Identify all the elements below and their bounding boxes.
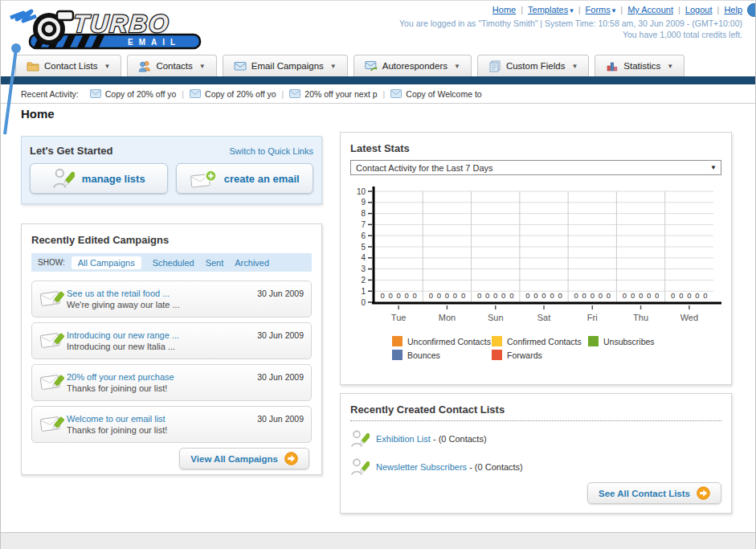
footer-strip: [1, 532, 755, 549]
activity-item-label: Copy of 20% off yo: [205, 89, 276, 99]
tab-autoresponders[interactable]: Autoresponders ▼: [353, 55, 472, 76]
login-line-1: You are logged in as "Timothy Smith" | S…: [399, 18, 742, 29]
legend-swatch: [492, 350, 502, 360]
campaign-title-link[interactable]: 20% off your next purchase: [67, 371, 257, 383]
stats-dropdown[interactable]: Contact Activity for the Last 7 Days ▼: [350, 160, 721, 175]
tab-label: Contact Lists: [44, 61, 97, 71]
tab-label: Autoresponders: [382, 61, 447, 71]
application-window: EMAIL TURBO Home|Templates▾|Forms▾|My Ac…: [0, 0, 756, 549]
svg-text:0: 0: [445, 291, 449, 300]
svg-text:0: 0: [485, 291, 489, 300]
svg-text:0: 0: [380, 291, 384, 300]
legend-item: Confirmed Contacts: [492, 336, 588, 346]
campaign-row[interactable]: See us at the retail food ... We're givi…: [31, 281, 312, 318]
button-label: View All Campaigns: [190, 454, 278, 464]
svg-text:3: 3: [361, 264, 366, 273]
envelope-plus-icon: [190, 169, 217, 189]
svg-text:0: 0: [453, 291, 457, 300]
legend-swatch: [392, 336, 403, 346]
manage-lists-button[interactable]: manage lists: [30, 163, 168, 194]
campaign-list: See us at the retail food ... We're givi…: [31, 281, 312, 443]
nav-link-help[interactable]: Help: [724, 5, 742, 14]
chevron-down-icon: ▼: [454, 63, 460, 70]
person-pencil-icon: [350, 428, 370, 449]
campaign-subtitle: Introducing our new Italia ...: [67, 341, 257, 352]
switch-quick-links-link[interactable]: Switch to Quick Links: [229, 146, 313, 156]
svg-text:4: 4: [361, 253, 366, 262]
tab-email-campaigns[interactable]: Email Campaigns ▼: [223, 55, 348, 76]
recent-activity-item[interactable]: 20% off your next p: [289, 89, 377, 99]
recent-activity-item[interactable]: Copy of 20% off yo: [190, 89, 276, 99]
nav-link-home[interactable]: Home: [492, 5, 516, 14]
get-started-title: Let's Get Started: [30, 145, 113, 157]
nav-separator: |: [578, 5, 581, 14]
filter-all-campaigns[interactable]: All Campaigns: [72, 256, 141, 269]
nav-link-templates[interactable]: Templates: [528, 5, 568, 14]
contacts-icon: [138, 59, 151, 72]
campaign-row[interactable]: 20% off your next purchase Thanks for jo…: [31, 364, 312, 401]
contact-list-item: Newsletter Subscribers - (0 Contacts): [350, 457, 721, 477]
chevron-down-icon: ▼: [571, 63, 578, 70]
nav-separator: |: [521, 5, 523, 14]
recent-activity-item[interactable]: Copy of 20% off yo: [90, 89, 177, 99]
tab-contacts[interactable]: Contacts ▼: [127, 55, 216, 76]
filter-scheduled[interactable]: Scheduled: [153, 258, 194, 268]
tab-label: Statistics: [623, 61, 660, 71]
nav-separator: |: [678, 5, 680, 14]
campaign-title-link[interactable]: See us at the retail food ...: [67, 288, 257, 299]
svg-text:1: 1: [361, 287, 366, 296]
view-all-campaigns-button[interactable]: View All Campaigns: [179, 448, 309, 469]
tab-label: Contacts: [156, 61, 192, 71]
campaign-row[interactable]: Introducing our new range ... Introducin…: [31, 322, 312, 359]
activity-item-label: 20% off your next p: [304, 89, 377, 99]
campaign-title-link[interactable]: Introducing our new range ...: [67, 330, 257, 341]
contact-lists-title: Recently Created Contact Lists: [350, 404, 721, 416]
chevron-down-icon: ▼: [710, 164, 717, 171]
create-email-button[interactable]: create an email: [176, 163, 314, 194]
filter-sent[interactable]: Sent: [206, 258, 224, 268]
contact-list-link[interactable]: Newsletter Subscribers: [376, 462, 467, 472]
nav-link-forms[interactable]: Forms: [586, 5, 611, 14]
svg-text:0: 0: [361, 298, 366, 307]
button-label: See All Contact Lists: [599, 489, 690, 498]
contact-list-link[interactable]: Exhibition List: [376, 434, 431, 444]
latest-stats-title: Latest Stats: [350, 142, 721, 154]
activity-separator: |: [282, 89, 284, 99]
filter-archived[interactable]: Archived: [235, 258, 269, 268]
contact-list-count: - (0 Contacts): [431, 434, 487, 444]
nav-link-my-account[interactable]: My Account: [627, 5, 673, 14]
recent-activity-item[interactable]: Copy of Welcome to: [390, 89, 481, 99]
svg-text:10: 10: [357, 187, 366, 196]
chart-legend: Unconfirmed Contacts Confirmed Contacts …: [392, 336, 721, 360]
tab-statistics[interactable]: Statistics ▼: [595, 55, 684, 76]
nav-link-logout[interactable]: Logout: [685, 5, 713, 14]
svg-text:0: 0: [550, 291, 554, 300]
tab-custom-fields[interactable]: Custom Fields ▼: [477, 55, 589, 76]
legend-label: Forwards: [507, 350, 542, 360]
show-label: SHOW:: [38, 258, 65, 267]
campaign-title-link[interactable]: Welcome to our email list: [67, 413, 257, 424]
svg-text:0: 0: [405, 291, 409, 300]
login-line-2: You have 1,000 total credits left.: [399, 29, 742, 40]
envelope-pencil-icon: [39, 412, 65, 434]
envelope-pencil-icon: [39, 287, 65, 309]
svg-text:0: 0: [461, 291, 465, 300]
button-label: manage lists: [82, 173, 145, 185]
arrow-circle-icon: [284, 452, 298, 465]
svg-text:0: 0: [477, 291, 481, 300]
envelope-pencil-icon: [39, 329, 65, 350]
campaign-row[interactable]: Welcome to our email list Thanks for joi…: [31, 406, 312, 443]
help-bubble-icon[interactable]: [747, 3, 756, 17]
legend-item: Unsubscribes: [588, 336, 721, 346]
chart-canvas: 012345678910Tue00000Mon00000Sun00000Sat0…: [350, 185, 723, 330]
tab-contact-lists[interactable]: Contact Lists ▼: [15, 55, 121, 76]
svg-text:5: 5: [361, 243, 366, 252]
svg-text:8: 8: [361, 209, 366, 218]
campaign-subtitle: We're giving away our late ...: [67, 299, 257, 310]
custom-fields-icon: [488, 59, 501, 72]
see-all-contact-lists-button[interactable]: See All Contact Lists: [587, 482, 721, 504]
svg-text:0: 0: [525, 291, 529, 300]
latest-stats-panel: Latest Stats Contact Activity for the La…: [340, 132, 732, 385]
legend-item: Unconfirmed Contacts: [392, 336, 492, 346]
contact-lists-panel: Recently Created Contact Lists Exhibitio…: [340, 393, 732, 514]
